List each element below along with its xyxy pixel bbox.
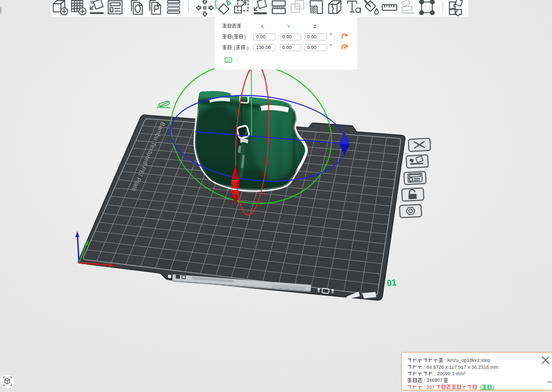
svg-text:(: (: [480, 384, 481, 389]
svg-text:): ): [247, 45, 249, 51]
svg-text:X: X: [260, 24, 264, 29]
svg-text:): ): [245, 35, 246, 40]
svg-text:: 346907: : 346907: [424, 377, 443, 383]
svg-text:(: (: [234, 45, 236, 51]
svg-text:°: °: [330, 43, 332, 49]
svg-text:01: 01: [386, 277, 397, 288]
svg-text:: 20699.3 mm³: : 20699.3 mm³: [434, 370, 465, 376]
svg-text:: kinzu_op18kv2.step: : kinzu_op18kv2.step: [445, 357, 491, 363]
svg-text:: 64.9726 x 117.917 x 36.2316: : 64.9726 x 117.917 x 36.2316 mm: [424, 364, 498, 369]
svg-text:): ): [493, 384, 494, 389]
svg-text:: 397: : 397: [424, 384, 434, 389]
svg-text:Z: Z: [313, 24, 316, 29]
svg-text:°: °: [330, 32, 332, 38]
svg-text:Y: Y: [287, 24, 290, 29]
svg-text:(: (: [232, 35, 234, 40]
